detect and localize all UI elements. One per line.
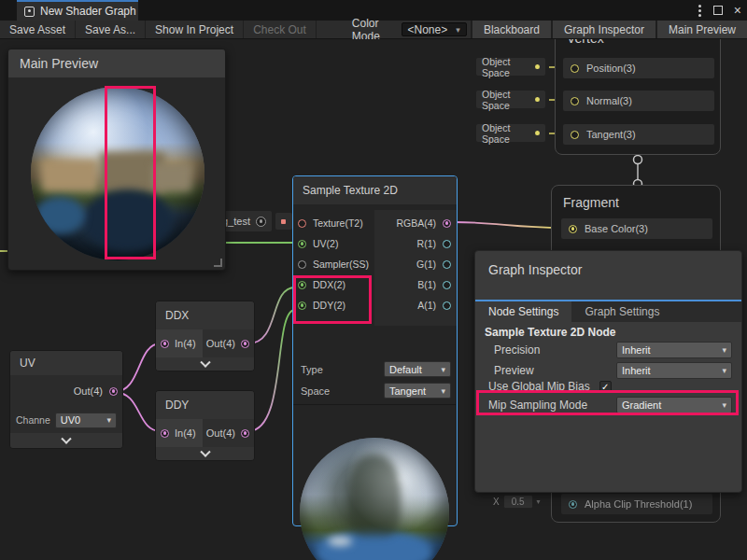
uv-node-title: UV bbox=[10, 351, 122, 375]
chevron-down-icon bbox=[200, 357, 210, 368]
document-title: New Shader Graph bbox=[40, 5, 136, 18]
mip-mode-label: Mip Sampling Mode bbox=[488, 399, 587, 412]
vertex-port-position[interactable]: Position(3) bbox=[563, 58, 714, 78]
vertex-node[interactable]: Vertex Position(3) Normal(3) Tangent(3) bbox=[555, 39, 721, 155]
port-circle-icon[interactable] bbox=[443, 219, 451, 228]
space-row: Space Tangent▾ bbox=[301, 383, 451, 399]
fragment-port-alpha-clip[interactable]: Alpha Clip Threshold(1) bbox=[561, 494, 712, 514]
port-circle-icon[interactable] bbox=[241, 429, 249, 438]
save-asset-button[interactable]: Save Asset bbox=[0, 21, 76, 38]
ddy-node[interactable]: DDY In(4) Out(4) bbox=[155, 390, 255, 461]
ddy-collapse-toggle[interactable] bbox=[156, 447, 254, 461]
show-in-project-button[interactable]: Show In Project bbox=[146, 21, 244, 38]
expose-icon bbox=[256, 217, 266, 227]
ddx-in-port[interactable]: In(4) bbox=[156, 329, 203, 357]
property-node-g-test[interactable]: g_test bbox=[217, 211, 292, 231]
port-circle-icon[interactable] bbox=[298, 281, 306, 289]
preview-dropdown[interactable]: Inherit▾ bbox=[616, 362, 732, 379]
type-dropdown[interactable]: Default▾ bbox=[384, 361, 451, 377]
graph-inspector-toggle-button[interactable]: Graph Inspector bbox=[551, 21, 655, 38]
save-as-button[interactable]: Save As... bbox=[76, 21, 146, 38]
uv-collapse-toggle[interactable] bbox=[10, 433, 122, 449]
fragment-node-title: Fragment bbox=[552, 186, 720, 216]
port-circle-icon[interactable] bbox=[298, 260, 306, 269]
sample-texture-2d-node[interactable]: Sample Texture 2D Texture(T2) UV(2) Samp… bbox=[292, 175, 458, 526]
fragment-port-base-color[interactable]: Base Color(3) bbox=[561, 218, 712, 239]
document-tab[interactable]: New Shader Graph bbox=[17, 0, 138, 21]
graph-canvas[interactable]: Vertex Position(3) Normal(3) Tangent(3) … bbox=[0, 39, 747, 560]
main-preview-toggle-button[interactable]: Main Preview bbox=[655, 21, 747, 38]
port-circle-icon[interactable] bbox=[571, 64, 579, 73]
ddx-node[interactable]: DDX In(4) Out(4) bbox=[155, 301, 255, 371]
uv-channel-dropdown[interactable]: UV0▾ bbox=[55, 413, 117, 428]
object-space-badge[interactable]: Object Space bbox=[476, 124, 545, 142]
port-circle-icon[interactable] bbox=[161, 429, 169, 438]
chevron-down-icon: ▾ bbox=[106, 415, 111, 425]
main-preview-sphere bbox=[31, 87, 204, 260]
chevron-down-icon: ▾ bbox=[441, 365, 445, 374]
ddx-out-port[interactable]: Out(4) bbox=[203, 329, 254, 357]
uv-node[interactable]: UV Out(4) Channe UV0▾ bbox=[9, 350, 123, 449]
port-circle-icon[interactable] bbox=[161, 340, 169, 348]
port-circle-icon[interactable] bbox=[109, 387, 118, 396]
port-circle-icon[interactable] bbox=[571, 131, 579, 139]
port-circle-icon[interactable] bbox=[569, 500, 577, 509]
output-port-g[interactable]: G(1) bbox=[374, 256, 455, 273]
value-dot-icon bbox=[535, 97, 540, 102]
port-circle-icon[interactable] bbox=[443, 260, 451, 269]
output-port-r[interactable]: R(1) bbox=[374, 235, 455, 252]
shader-graph-window: New Shader Graph × Save Asset Save As...… bbox=[0, 0, 747, 560]
object-space-badge[interactable]: Object Space bbox=[476, 58, 545, 76]
value-dot-icon bbox=[535, 64, 540, 69]
mip-mode-dropdown[interactable]: Gradient▾ bbox=[616, 397, 732, 413]
maximize-icon[interactable] bbox=[713, 6, 723, 15]
port-circle-icon[interactable] bbox=[298, 219, 306, 228]
ddy-out-port[interactable]: Out(4) bbox=[203, 419, 254, 447]
input-port-texture[interactable]: Texture(T2) bbox=[293, 215, 374, 231]
main-preview-header[interactable]: Main Preview bbox=[8, 49, 225, 77]
panel-resize-handle[interactable] bbox=[214, 259, 222, 267]
window-menu-icon[interactable] bbox=[698, 5, 702, 17]
tab-node-settings[interactable]: Node Settings bbox=[475, 301, 571, 322]
output-port-b[interactable]: B(1) bbox=[374, 276, 455, 293]
precision-row: Precision Inherit▾ bbox=[494, 342, 732, 358]
object-space-badge[interactable]: Object Space bbox=[476, 91, 545, 108]
precision-dropdown[interactable]: Inherit▾ bbox=[616, 342, 732, 358]
input-port-ddy[interactable]: DDY(2) bbox=[293, 297, 374, 314]
port-circle-icon[interactable] bbox=[443, 301, 451, 310]
toolbar: Save Asset Save As... Show In Project Ch… bbox=[0, 21, 747, 39]
chevron-down-icon bbox=[200, 447, 210, 457]
chevron-down-icon: ▾ bbox=[441, 386, 445, 396]
port-circle-icon[interactable] bbox=[298, 301, 306, 310]
port-circle-icon[interactable] bbox=[443, 240, 451, 248]
color-mode-dropdown[interactable]: <None> ▾ bbox=[402, 22, 467, 36]
output-port-a[interactable]: A(1) bbox=[374, 297, 455, 314]
port-circle-icon[interactable] bbox=[241, 340, 249, 348]
type-row: Type Default▾ bbox=[301, 361, 451, 377]
inspector-title: Graph Inspector bbox=[475, 251, 741, 277]
port-circle-icon[interactable] bbox=[443, 281, 451, 289]
port-circle-icon[interactable] bbox=[569, 225, 577, 233]
blackboard-toggle-button[interactable]: Blackboard bbox=[471, 21, 551, 38]
vertex-port-normal[interactable]: Normal(3) bbox=[563, 91, 714, 111]
property-output-port[interactable] bbox=[275, 213, 292, 230]
vertex-port-tangent[interactable]: Tangent(3) bbox=[563, 124, 714, 145]
mip-bias-checkbox[interactable]: ✓ bbox=[599, 381, 612, 393]
input-port-sampler[interactable]: Sampler(SS) bbox=[293, 256, 374, 273]
input-port-uv[interactable]: UV(2) bbox=[293, 235, 374, 252]
port-circle-icon[interactable] bbox=[298, 240, 306, 248]
vertex-node-title: Vertex bbox=[556, 39, 720, 51]
ddy-in-port[interactable]: In(4) bbox=[156, 419, 203, 447]
chevron-down-icon: ▾ bbox=[722, 345, 726, 355]
space-dropdown[interactable]: Tangent▾ bbox=[384, 383, 451, 399]
inspector-tab-bar: Node Settings Graph Settings bbox=[475, 301, 741, 322]
tab-graph-settings[interactable]: Graph Settings bbox=[571, 301, 672, 322]
ddx-collapse-toggle[interactable] bbox=[156, 357, 254, 371]
output-port-rgba[interactable]: RGBA(4) bbox=[374, 215, 455, 231]
uv-out-port[interactable]: Out(4) bbox=[10, 375, 122, 407]
port-circle-icon[interactable] bbox=[571, 97, 579, 105]
close-icon[interactable]: × bbox=[734, 6, 741, 15]
input-port-ddx[interactable]: DDX(2) bbox=[293, 276, 374, 293]
alpha-clip-value-widget[interactable]: X 0.5 ▾ bbox=[493, 494, 541, 510]
space-label: Space bbox=[301, 385, 330, 397]
